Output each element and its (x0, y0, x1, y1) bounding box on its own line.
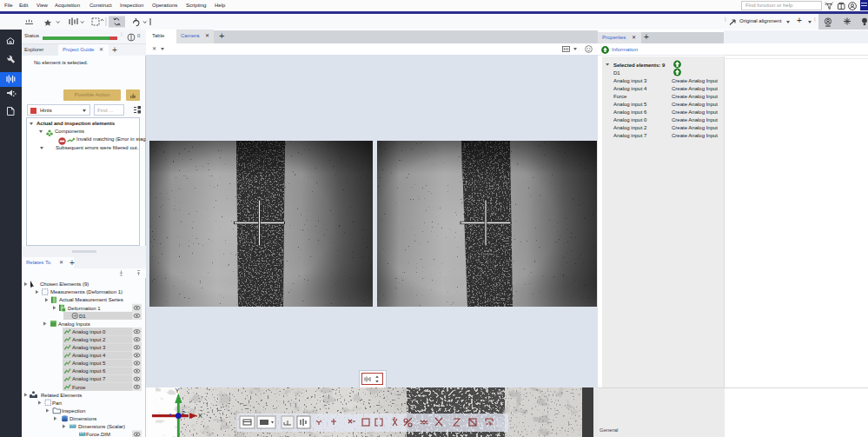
svg-text:Create Analog Input: Create Analog Input (672, 133, 718, 138)
svg-text:Analog input 4: Analog input 4 (613, 86, 647, 91)
svg-text:Analog input 0: Analog input 0 (613, 117, 647, 122)
svg-text:Analog input 3: Analog input 3 (613, 78, 647, 83)
svg-text:Inspection: Inspection (62, 408, 85, 414)
svg-text:Dimensions (Scalar): Dimensions (Scalar) (78, 424, 125, 429)
svg-text:Analog input 3: Analog input 3 (72, 345, 106, 350)
svg-text:Force.DIM: Force.DIM (86, 432, 110, 437)
svg-text:Create Analog Input: Create Analog Input (672, 117, 718, 122)
svg-text:Measurements (Deformation 1): Measurements (Deformation 1) (50, 289, 123, 295)
svg-text:Create Analog Input: Create Analog Input (672, 94, 718, 99)
svg-text:Analog input 2: Analog input 2 (72, 337, 106, 342)
svg-text:Selected elements: 9: Selected elements: 9 (613, 63, 666, 68)
svg-text:Analog input 7: Analog input 7 (72, 376, 106, 381)
svg-text:Analog input 5: Analog input 5 (72, 361, 106, 366)
svg-text:Chosen Elements (9): Chosen Elements (9) (40, 281, 89, 287)
svg-text:Analog input 4: Analog input 4 (72, 353, 106, 358)
svg-text:Analog input 0: Analog input 0 (72, 329, 106, 334)
svg-text:D1: D1 (79, 314, 86, 319)
svg-text:Force: Force (613, 94, 627, 99)
svg-text:Create Analog Input: Create Analog Input (672, 109, 718, 115)
svg-text:Dimensions: Dimensions (70, 416, 96, 421)
svg-text:Force: Force (72, 385, 86, 390)
svg-text:Create Analog Input: Create Analog Input (672, 102, 718, 107)
svg-text:Analog input 5: Analog input 5 (613, 102, 647, 107)
svg-text:Analog input 7: Analog input 7 (613, 133, 647, 138)
svg-text:Y: Y (176, 387, 180, 394)
svg-text:Analog Inputs: Analog Inputs (58, 321, 90, 327)
svg-text:D1: D1 (613, 70, 620, 76)
svg-text:Create Analog Input: Create Analog Input (672, 125, 718, 130)
svg-text:Z: Z (182, 410, 185, 415)
svg-text:Part: Part (52, 401, 62, 406)
svg-text:Analog input 2: Analog input 2 (613, 125, 647, 130)
svg-text:Create Analog Input: Create Analog Input (672, 78, 718, 83)
svg-text:Analog input 6: Analog input 6 (72, 368, 106, 374)
svg-text:Related Elements: Related Elements (41, 393, 82, 398)
svg-text:Analog input 6: Analog input 6 (613, 109, 647, 115)
svg-text:Create Analog Input: Create Analog Input (672, 86, 718, 91)
svg-text:Actual Measurement Series: Actual Measurement Series (59, 297, 123, 302)
svg-text:X: X (198, 412, 202, 420)
svg-text:Deformation 1: Deformation 1 (68, 306, 101, 311)
